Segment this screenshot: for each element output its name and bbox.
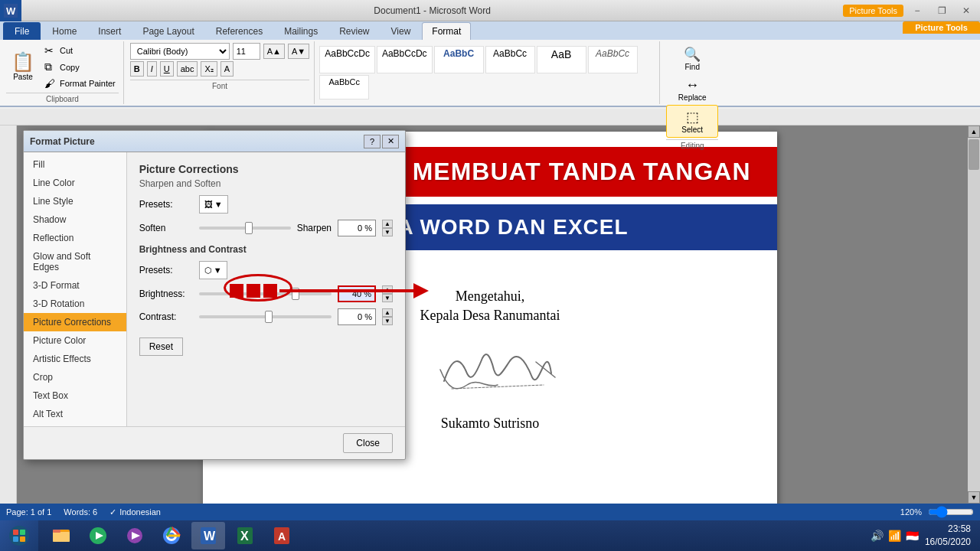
contrast-input[interactable] <box>338 308 376 325</box>
contrast-down[interactable]: ▼ <box>382 317 393 325</box>
scrollbar-thumb[interactable] <box>969 139 979 170</box>
contrast-up[interactable]: ▲ <box>382 308 393 317</box>
sharpen-up[interactable]: ▲ <box>382 220 393 228</box>
tab-format[interactable]: Format <box>422 22 471 40</box>
brightness-input[interactable] <box>338 285 376 302</box>
brightness-slider[interactable] <box>199 292 332 295</box>
clear-format-button[interactable]: A <box>220 61 234 77</box>
style-normal[interactable]: AaBbCcDc <box>319 46 375 73</box>
ruler-top <box>0 109 980 126</box>
decrease-font-btn[interactable]: A▼ <box>288 44 309 59</box>
taskbar-media[interactable] <box>81 522 115 549</box>
menu-glow[interactable]: Glow and Soft Edges <box>24 247 126 276</box>
taskbar-media2[interactable] <box>118 522 152 549</box>
menu-picture-color[interactable]: Picture Color <box>24 331 126 350</box>
menu-picture-corrections[interactable]: Picture Corrections <box>24 313 126 331</box>
menu-artistic-effects[interactable]: Artistic Effects <box>24 350 126 368</box>
tab-references[interactable]: References <box>206 22 273 40</box>
scroll-up-button[interactable]: ▲ <box>968 126 980 138</box>
menu-crop[interactable]: Crop <box>24 368 126 386</box>
style-heading1[interactable]: AaBbC <box>434 46 484 73</box>
vertical-scrollbar[interactable]: ▲ ▼ <box>968 126 980 504</box>
picture-tools-label: Picture Tools <box>843 5 903 17</box>
italic-button[interactable]: I <box>147 61 157 77</box>
sharpen-presets-button[interactable]: 🖼 ▼ <box>199 195 228 214</box>
dialog-help-button[interactable]: ? <box>364 135 381 148</box>
picture-tools-ribbon-label: Picture Tools <box>903 21 980 34</box>
subscript-button[interactable]: X₂ <box>201 61 217 77</box>
underline-button[interactable]: U <box>160 61 174 77</box>
close-button[interactable]: ✕ <box>956 0 977 21</box>
editing-group: 🔍 Find ↔ Replace ⬚ Select Editing <box>662 41 723 104</box>
tab-review[interactable]: Review <box>329 22 379 40</box>
format-painter-button[interactable]: 🖌 Format Painter <box>41 76 119 91</box>
menu-reflection[interactable]: Reflection <box>24 229 126 247</box>
paste-button[interactable]: 📋 Paste <box>6 50 40 84</box>
copy-button[interactable]: ⧉ Copy <box>41 59 119 75</box>
style-subtitle[interactable]: AaBbCc <box>588 46 638 73</box>
tab-home[interactable]: Home <box>42 22 87 40</box>
taskbar: W X A 🔊 📶 🇮🇩 23:58 16/05/2020 <box>0 520 980 551</box>
svg-rect-14 <box>53 530 60 533</box>
dialog-close-footer-button[interactable]: Close <box>343 433 393 453</box>
restore-button[interactable]: ❐ <box>931 0 952 21</box>
find-button[interactable]: 🔍 Find <box>666 43 718 74</box>
tab-view[interactable]: View <box>381 22 421 40</box>
menu-alt-text[interactable]: Alt Text <box>24 405 126 423</box>
tab-file[interactable]: File <box>3 22 41 40</box>
replace-icon: ↔ <box>685 77 699 93</box>
brightness-up[interactable]: ▲ <box>382 285 393 294</box>
paste-icon: 📋 <box>11 53 34 71</box>
taskbar-explorer[interactable] <box>44 522 78 549</box>
tab-page-layout[interactable]: Page Layout <box>132 22 204 40</box>
increase-font-btn[interactable]: A▲ <box>263 44 285 59</box>
style-title[interactable]: AaB <box>537 46 586 73</box>
contrast-spinners: ▲ ▼ <box>382 308 393 325</box>
replace-button[interactable]: ↔ Replace <box>666 74 718 105</box>
dialog-right-panel: Picture Corrections Sharpen and Soften P… <box>127 152 405 426</box>
menu-3d-format[interactable]: 3-D Format <box>24 276 126 295</box>
cut-button[interactable]: ✂ Cut <box>41 43 119 58</box>
word-logo: W <box>0 0 21 21</box>
soften-slider[interactable] <box>199 227 291 230</box>
check-icon: ✓ <box>109 507 116 517</box>
minimize-button[interactable]: − <box>906 0 928 21</box>
sharpen-input[interactable] <box>338 220 376 236</box>
page-indicator: Page: 1 of 1 <box>6 507 51 517</box>
font-size-input[interactable] <box>233 43 260 60</box>
menu-text-box[interactable]: Text Box <box>24 386 126 405</box>
sharpen-down[interactable]: ▼ <box>382 228 393 236</box>
font-name-selector[interactable]: Calibri (Body) <box>130 43 230 60</box>
brightness-down[interactable]: ▼ <box>382 294 393 302</box>
style-no-spacing[interactable]: AaBbCcDc <box>377 46 433 73</box>
ruler-left <box>0 126 17 504</box>
brightness-section-title: Brightness and Contrast <box>139 244 393 255</box>
menu-line-style[interactable]: Line Style <box>24 192 126 210</box>
styles-group: AaBbCcDc AaBbCcDc AaBbC AaBbCc AaB AaBbC… <box>316 41 660 104</box>
taskbar-chrome[interactable] <box>155 522 188 549</box>
style-heading2[interactable]: AaBbCc <box>485 46 535 73</box>
tab-insert[interactable]: Insert <box>88 22 131 40</box>
zoom-slider[interactable] <box>928 507 974 517</box>
bold-button[interactable]: B <box>130 61 144 77</box>
taskbar-excel[interactable]: X <box>228 522 262 549</box>
strikethrough-button[interactable]: abc <box>177 61 198 77</box>
reset-button[interactable]: Reset <box>139 337 183 356</box>
select-button[interactable]: ⬚ Select <box>666 105 718 138</box>
tab-mailings[interactable]: Mailings <box>274 22 328 40</box>
menu-line-color[interactable]: Line Color <box>24 174 126 192</box>
brightness-row: Brightness: ▲ ▼ <box>139 285 393 302</box>
taskbar-word[interactable]: W <box>191 522 225 549</box>
menu-shadow[interactable]: Shadow <box>24 210 126 229</box>
scroll-down-button[interactable]: ▼ <box>968 491 980 504</box>
contrast-slider[interactable] <box>199 315 332 318</box>
language-indicator: ✓ Indonesian <box>109 507 161 517</box>
menu-3d-rotation[interactable]: 3-D Rotation <box>24 295 126 313</box>
format-picture-dialog: Format Picture ? ✕ Fill Line Color Line … <box>23 130 406 460</box>
menu-fill[interactable]: Fill <box>24 155 126 174</box>
start-button[interactable] <box>0 520 38 551</box>
taskbar-app5[interactable]: A <box>265 522 299 549</box>
brightness-presets-button[interactable]: ⬡ ▼ <box>199 261 227 279</box>
style-more[interactable]: AaBbCc <box>319 75 369 99</box>
dialog-close-button[interactable]: ✕ <box>382 135 399 148</box>
